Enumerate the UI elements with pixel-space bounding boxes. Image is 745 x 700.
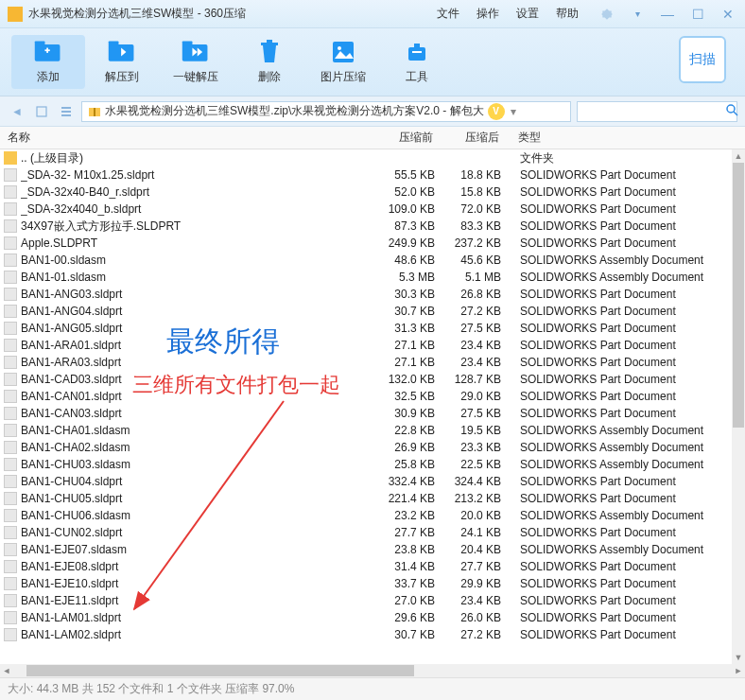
file-icon — [4, 611, 17, 624]
file-row[interactable]: BAN1-00.sldasm48.6 KB45.6 KBSOLIDWORKS A… — [0, 252, 745, 269]
file-row[interactable]: BAN1-01.sldasm5.3 MB5.1 MBSOLIDWORKS Ass… — [0, 269, 745, 286]
scan-label: 扫描 — [689, 51, 716, 68]
menu-help[interactable]: 帮助 — [556, 6, 579, 22]
svg-rect-13 — [414, 44, 420, 47]
file-size-after: 324.4 KB — [446, 475, 512, 488]
menu-settings[interactable]: 设置 — [516, 6, 539, 22]
minimize-button[interactable]: — — [658, 5, 677, 24]
file-row[interactable]: BAN1-EJE11.sldprt27.0 KB23.4 KBSOLIDWORK… — [0, 592, 745, 609]
file-row[interactable]: BAN1-CHU04.sldprt332.4 KB324.4 KBSOLIDWO… — [0, 473, 745, 490]
list-body[interactable]: .. (上级目录) 文件夹 _SDA-32- M10x1.25.sldprt55… — [0, 149, 745, 664]
statusbar: 大小: 44.3 MB 共 152 个文件和 1 个文件夹 压缩率 97.0% — [0, 677, 745, 700]
one-click-button[interactable]: 一键解压 — [159, 35, 233, 89]
file-icon — [4, 236, 17, 250]
file-size-before: 332.4 KB — [380, 475, 446, 488]
svg-rect-3 — [46, 48, 48, 53]
file-icon — [4, 560, 17, 573]
file-row[interactable]: BAN1-CHA01.sldasm22.8 KB19.5 KBSOLIDWORK… — [0, 422, 745, 439]
file-row[interactable]: BAN1-CAD03.sldprt132.0 KB128.7 KBSOLIDWO… — [0, 371, 745, 388]
file-size-after: 26.0 KB — [446, 611, 512, 624]
svg-rect-16 — [61, 107, 71, 109]
scan-button[interactable]: 扫描 — [679, 36, 726, 83]
file-row[interactable]: BAN1-LAM01.sldprt29.6 KB26.0 KBSOLIDWORK… — [0, 609, 745, 626]
col-after[interactable]: 压缩后 — [444, 130, 511, 146]
image-compress-button[interactable]: 图片压缩 — [306, 35, 380, 89]
scroll-down-button[interactable]: ▼ — [732, 651, 745, 664]
col-name[interactable]: 名称 — [0, 130, 378, 146]
v-scroll-thumb[interactable] — [733, 163, 744, 428]
file-name: BAN1-CAD03.sldprt — [21, 373, 380, 386]
search-box[interactable] — [577, 101, 737, 122]
file-size-after: 20.0 KB — [446, 509, 512, 522]
back-button[interactable]: ◄ — [8, 102, 26, 121]
list-view-button[interactable] — [57, 102, 76, 121]
menu-bar: 文件 操作 设置 帮助 — [437, 6, 579, 22]
file-name: BAN1-ARA03.sldprt — [21, 356, 380, 369]
folder-icon — [4, 151, 17, 165]
file-row[interactable]: BAN1-LAM02.sldprt30.7 KB27.2 KBSOLIDWORK… — [0, 626, 745, 643]
file-row[interactable]: BAN1-CAN03.sldprt30.9 KB27.5 KBSOLIDWORK… — [0, 405, 745, 422]
file-name: BAN1-CHU03.sldasm — [21, 458, 380, 471]
file-row[interactable]: BAN1-EJE07.sldasm23.8 KB20.4 KBSOLIDWORK… — [0, 541, 745, 558]
file-name: BAN1-CHU04.sldprt — [21, 475, 380, 488]
dropdown-icon[interactable]: ▾ — [628, 5, 647, 24]
svg-rect-10 — [333, 42, 354, 62]
file-type: SOLIDWORKS Part Document — [512, 526, 745, 539]
file-row[interactable]: BAN1-CHU03.sldasm25.8 KB22.5 KBSOLIDWORK… — [0, 456, 745, 473]
file-size-before: 26.9 KB — [380, 441, 446, 454]
col-before[interactable]: 压缩前 — [378, 130, 444, 146]
skin-icon[interactable] — [598, 5, 616, 24]
maximize-button[interactable]: ☐ — [688, 5, 707, 24]
horizontal-scrollbar[interactable]: ◄ ► — [0, 664, 745, 677]
file-name: 34X97嵌入式方形拉手.SLDPRT — [21, 219, 380, 235]
file-icon — [4, 185, 17, 199]
file-icon — [4, 305, 17, 318]
file-row[interactable]: BAN1-EJE10.sldprt33.7 KB29.9 KBSOLIDWORK… — [0, 575, 745, 592]
close-button[interactable]: ✕ — [719, 5, 737, 24]
file-row[interactable]: BAN1-ANG05.sldprt31.3 KB27.5 KBSOLIDWORK… — [0, 320, 745, 337]
file-row[interactable]: BAN1-ANG04.sldprt30.7 KB27.2 KBSOLIDWORK… — [0, 303, 745, 320]
path-input[interactable]: 水果视觉检测分选机三维SW模型.zip\水果视觉检测分选机方案V2.0 - 解包… — [81, 101, 571, 122]
file-row[interactable]: BAN1-ARA01.sldprt27.1 KB23.4 KBSOLIDWORK… — [0, 337, 745, 354]
file-icon — [4, 509, 17, 522]
search-icon[interactable] — [725, 103, 738, 119]
svg-rect-12 — [408, 47, 425, 61]
scroll-left-button[interactable]: ◄ — [0, 664, 13, 677]
col-type[interactable]: 类型 — [511, 130, 745, 146]
file-row[interactable]: _SDA-32x4040_b.sldprt109.0 KB72.0 KBSOLI… — [0, 201, 745, 218]
file-size-before: 27.7 KB — [380, 526, 446, 539]
file-size-before: 52.0 KB — [380, 185, 446, 199]
file-row[interactable]: BAN1-EJE08.sldprt31.4 KB27.7 KBSOLIDWORK… — [0, 558, 745, 575]
file-row[interactable]: BAN1-ARA03.sldprt27.1 KB23.4 KBSOLIDWORK… — [0, 354, 745, 371]
file-row[interactable]: Apple.SLDPRT249.9 KB237.2 KBSOLIDWORKS P… — [0, 235, 745, 252]
file-row[interactable]: 34X97嵌入式方形拉手.SLDPRT87.3 KB83.3 KBSOLIDWO… — [0, 218, 745, 235]
add-button[interactable]: 添加 — [11, 35, 85, 89]
file-row[interactable]: BAN1-CHU06.sldasm23.2 KB20.0 KBSOLIDWORK… — [0, 507, 745, 524]
file-icon — [4, 219, 17, 233]
file-row[interactable]: BAN1-CUN02.sldprt27.7 KB24.1 KBSOLIDWORK… — [0, 524, 745, 541]
menu-operate[interactable]: 操作 — [476, 6, 499, 22]
file-type: SOLIDWORKS Assembly Document — [512, 271, 745, 284]
vertical-scrollbar[interactable]: ▲ ▼ — [732, 149, 745, 664]
file-row[interactable]: BAN1-ANG03.sldprt30.3 KB26.8 KBSOLIDWORK… — [0, 286, 745, 303]
parent-dir-row[interactable]: .. (上级目录) 文件夹 — [0, 149, 745, 166]
file-row[interactable]: BAN1-CHA02.sldasm26.9 KB23.3 KBSOLIDWORK… — [0, 439, 745, 456]
tools-icon — [402, 39, 432, 65]
extract-to-button[interactable]: 解压到 — [85, 35, 159, 89]
h-scroll-thumb[interactable] — [26, 665, 414, 676]
file-row[interactable]: BAN1-CAN01.sldprt32.5 KB29.0 KBSOLIDWORK… — [0, 388, 745, 405]
file-row[interactable]: BAN1-CHU05.sldprt221.4 KB213.2 KBSOLIDWO… — [0, 490, 745, 507]
file-row[interactable]: _SDA-32x40-B40_r.sldprt52.0 KB15.8 KBSOL… — [0, 184, 745, 201]
scroll-up-button[interactable]: ▲ — [732, 149, 745, 163]
path-dropdown-icon[interactable]: ▾ — [511, 105, 516, 118]
tools-button[interactable]: 工具 — [380, 35, 454, 89]
svg-rect-5 — [109, 41, 119, 45]
search-input[interactable] — [583, 105, 725, 118]
file-type: SOLIDWORKS Part Document — [512, 219, 745, 233]
forward-button[interactable] — [32, 102, 51, 121]
file-row[interactable]: _SDA-32- M10x1.25.sldprt55.5 KB18.8 KBSO… — [0, 166, 745, 184]
scroll-right-button[interactable]: ► — [732, 664, 745, 677]
menu-file[interactable]: 文件 — [437, 6, 459, 22]
file-type: SOLIDWORKS Part Document — [512, 168, 745, 182]
delete-button[interactable]: 删除 — [233, 35, 306, 89]
